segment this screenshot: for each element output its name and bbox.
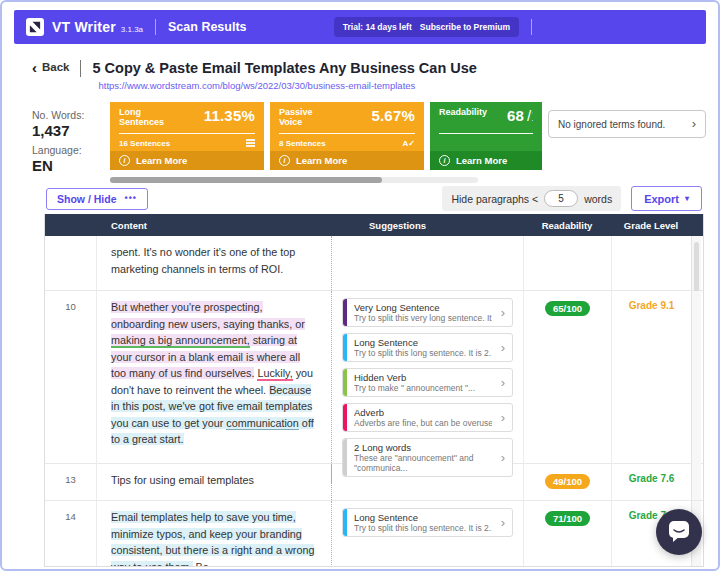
trial-days-label: Trial: 14 days left (343, 22, 412, 32)
metric-main: Passive Voice 5.67% 8 Sentences A✓ (270, 102, 424, 151)
very-long-sentence-highlight[interactable]: But whether you're prospecting, onboardi… (111, 301, 305, 330)
learn-more-label: Learn More (296, 155, 347, 166)
show-hide-button[interactable]: Show / Hide ••• (46, 188, 148, 210)
brand-name: VT Writer (52, 19, 116, 35)
suggestion-title: Adverb (354, 407, 492, 418)
paragraph-text[interactable]: spent. It's no wonder it's one of the to… (97, 236, 331, 290)
metric-divider (119, 133, 255, 134)
readability-cell: 49/100 (523, 464, 611, 500)
suggestion-card-adverb[interactable]: Adverb Adverbs are fine, but can be over… (342, 403, 513, 432)
chat-bubble-icon (656, 509, 702, 555)
horizontal-scrollbar-thumb[interactable] (110, 177, 382, 183)
trial-subscribe-badge[interactable]: Trial: 14 days left Subscribe to Premium (334, 17, 519, 37)
paragraph-number: 10 (45, 291, 97, 483)
sentence-list-icon[interactable] (246, 139, 255, 147)
words-value: 1,437 (32, 122, 106, 139)
horizontal-scrollbar-track[interactable] (110, 177, 478, 183)
spellcheck-icon[interactable]: A✓ (403, 139, 415, 148)
chevron-right-icon: › (501, 306, 505, 320)
ignored-terms-box[interactable]: No ignored terms found. › (548, 110, 706, 138)
info-icon: i (119, 155, 130, 166)
suggestion-description: Adverbs are fine, but can be overused. S… (354, 418, 492, 428)
language-label: Language: (32, 144, 106, 156)
metric-card-long-sentences: Long Sentences 11.35% 16 Sentences i Lea… (110, 102, 264, 170)
export-button[interactable]: Export ▾ (631, 186, 702, 211)
hidden-verb-highlight[interactable]: making a big announcement, (111, 334, 250, 348)
hide-paragraphs-suffix: words (584, 193, 612, 205)
metric-value: 68/100 (507, 107, 533, 131)
back-chevron-icon[interactable]: ‹ (32, 60, 37, 76)
title-divider (80, 60, 81, 77)
vertical-scrollbar-gutter[interactable] (691, 236, 701, 290)
suggestion-description: Try to split this very long sentence. It… (354, 313, 492, 323)
long-sentence-highlight[interactable]: Email templates help to save you time, m… (111, 511, 314, 567)
metric-title: Passive Voice (279, 107, 337, 131)
severity-bar (343, 404, 347, 431)
learn-more-button[interactable]: i Learn More (430, 151, 542, 170)
metric-score-suffix: /100 (527, 107, 533, 131)
info-icon: i (279, 155, 290, 166)
ignored-terms-text: No ignored terms found. (558, 119, 692, 130)
table-row: spent. It's no wonder it's one of the to… (45, 236, 703, 291)
suggestion-title: Very Long Sentence (354, 302, 492, 313)
toolbar-right-group: Hide paragraphs < words Export ▾ (442, 186, 702, 211)
suggestion-title: Hidden Verb (354, 372, 492, 383)
hide-paragraphs-input[interactable] (544, 190, 578, 207)
suggestions-cell: Very Long Sentence Try to split this ver… (331, 291, 523, 483)
top-header-bar: VT Writer 3.1.3a Scan Results Trial: 14 … (14, 10, 706, 44)
grade-column-header: Grade Level (611, 220, 691, 231)
suggestion-description: These are "announcement" and "communica.… (354, 453, 492, 473)
suggestion-title: Long Sentence (354, 337, 492, 348)
table-row: 14 Email templates help to save you time… (45, 501, 703, 567)
chevron-right-icon: › (692, 119, 696, 129)
learn-more-label: Learn More (456, 155, 507, 166)
readability-cell: 71/100 (523, 501, 611, 567)
suggestion-card-long-sentence[interactable]: Long Sentence Try to split this long sen… (342, 333, 513, 362)
readability-cell (523, 236, 611, 290)
suggestions-cell: Long Sentence Try to split this long sen… (331, 501, 523, 567)
learn-more-button[interactable]: i Learn More (110, 151, 264, 170)
chevron-right-icon: › (501, 411, 505, 425)
language-value: EN (32, 157, 106, 174)
metric-title: Long Sentences (119, 107, 177, 131)
results-table: Content Suggestions Readability Grade Le… (44, 214, 704, 567)
learn-more-button[interactable]: i Learn More (270, 151, 424, 170)
header-right-group: Trial: 14 days left Subscribe to Premium (334, 17, 544, 37)
chevron-right-icon: › (501, 451, 505, 465)
readability-column-header: Readability (523, 220, 611, 231)
document-url-link[interactable]: https://www.wordstream.com/blog/ws/2022/… (99, 80, 416, 91)
caret-down-icon: ▾ (685, 194, 689, 203)
content-column-header: Content (97, 220, 331, 231)
suggestion-card-hidden-verb[interactable]: Hidden Verb Try to make " announcement "… (342, 368, 513, 397)
vertical-scrollbar-gutter[interactable] (691, 291, 701, 483)
metric-divider (439, 133, 533, 134)
app-window: VT Writer 3.1.3a Scan Results Trial: 14 … (0, 0, 720, 571)
grade-cell (611, 236, 691, 290)
header-divider (155, 19, 156, 35)
suggestion-card-very-long-sentence[interactable]: Very Long Sentence Try to split this ver… (342, 298, 513, 327)
subscribe-premium-link[interactable]: Subscribe to Premium (420, 22, 510, 32)
suggestion-card-long-sentence[interactable]: Long Sentence Try to split this long sen… (342, 508, 513, 537)
readability-badge: 71/100 (545, 511, 590, 526)
adverb-highlight[interactable]: Luckily, (257, 367, 292, 381)
paragraph-text[interactable]: Email templates help to save you time, m… (97, 501, 331, 567)
document-stats: No. Words: 1,437 Language: EN (32, 109, 106, 179)
severity-bar (343, 509, 347, 536)
chevron-right-icon: › (501, 376, 505, 390)
metric-main: Readability 68/100 (430, 102, 542, 151)
chevron-right-icon: › (501, 516, 505, 530)
back-button[interactable]: Back (42, 61, 70, 73)
paragraph-text[interactable]: Tips for using email templates (97, 464, 331, 500)
readability-badge: 65/100 (545, 301, 590, 316)
vertical-scrollbar-gutter[interactable] (691, 464, 701, 500)
breadcrumb: ‹ Back 5 Copy & Paste Email Templates An… (32, 60, 698, 94)
suggestion-card-long-words[interactable]: 2 Long words These are "announcement" an… (342, 438, 513, 477)
text-segment: Tips for using email templates (111, 474, 254, 486)
paragraph-text[interactable]: But whether you're prospecting, onboardi… (97, 291, 331, 483)
metric-value: 5.67% (371, 107, 415, 131)
long-word-highlight[interactable]: communication (226, 417, 299, 430)
chat-launcher-button[interactable] (656, 509, 702, 555)
grade-level: Grade 9.1 (611, 291, 691, 483)
paragraph-number: 14 (45, 501, 97, 567)
version-label: 3.1.3a (121, 25, 143, 34)
